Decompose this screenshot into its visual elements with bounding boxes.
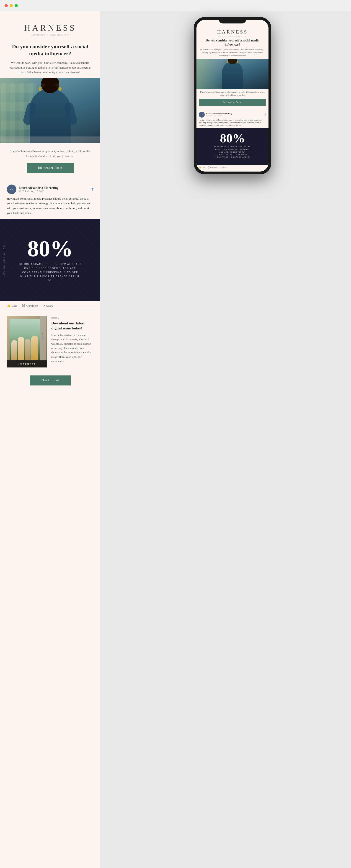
phone-fb-page-name: Laura Alexandria Marketing [206,113,232,115]
cta-text: If you're interested in earning product,… [9,149,91,159]
comment-icon: 💬 [22,304,25,308]
hero-title: Do you consider yourself a social media … [9,43,91,57]
comment-action[interactable]: 💬 Comment [22,304,38,308]
issue-side-label: FALL | 2020 [40,316,46,361]
phone-area: HARNESS AUTHENTIC COMMUNITY Do you consi… [100,11,351,868]
issue-cta-section: Check it out! [0,373,100,399]
phone-mockup: HARNESS AUTHENTIC COMMUNITY Do you consi… [194,17,271,174]
stat-image: SOCIAL MEDIA FACT 80% OF INSTAGRAM USERS… [0,219,100,301]
phone-fb-section: LA Laura Alexandria Marketing 12:07 PM ·… [197,110,268,127]
fb-page-name: Laura Alexandria Marketing [19,186,58,190]
phone-cta-text: If you're interested in earning product,… [197,89,268,99]
email-cta-section: If you're interested in earning product,… [0,143,100,179]
phone-comment-action[interactable]: 💬 Comment [208,166,218,168]
issue-brand-text: | HARNESS [18,363,35,365]
issue-image: FALL | 2020 | HARNESS [7,316,47,368]
phone-fb-actions: 👍 Like 💬 Comment ↗ Share [197,165,268,170]
phone-hero-body: We want to work with you! Our sister com… [197,48,268,59]
phone-hero-image [197,59,268,89]
brand-tagline: AUTHENTIC COMMUNITY [9,34,91,36]
phone-fb-timestamp: 12:07 PM · Aug 27, 2020 [206,115,232,117]
person-head [41,79,59,93]
dot-yellow [9,4,13,7]
issue-content: Issue V Download our latest digital issu… [51,316,93,368]
phone-notch [219,17,246,24]
main-layout: HARNESS AUTHENTIC COMMUNITY Do you consi… [0,11,351,868]
issue-label: Issue V [51,316,93,320]
fb-avatar: LA [7,185,17,194]
email-header: HARNESS AUTHENTIC COMMUNITY [0,11,100,41]
issue-brand-bar: | HARNESS [7,360,47,368]
issue-image-container: FALL | 2020 | HARNESS [7,316,47,368]
like-icon: 👍 [7,304,10,308]
phone-stat-description: IF INSTAGRAM USERS FOLLOW AT LEAST ONE B… [214,146,251,161]
fb-post-header: LA Laura Alexandria Marketing 12:07 PM ·… [7,185,93,194]
email-content: HARNESS AUTHENTIC COMMUNITY Do you consi… [0,11,100,868]
person-body [30,89,71,143]
phone-influencer-form-button[interactable]: Influencer Form [199,99,266,106]
issue-title: Download our latest digital issue today! [51,321,93,331]
phone-like-action[interactable]: 👍 Like [199,166,205,168]
stat-number: 80% [27,237,73,260]
share-icon: ↗ [42,304,45,308]
dot-red [5,4,8,7]
share-action[interactable]: ↗ Share [42,304,53,308]
fb-actions: 👍 Like 💬 Comment ↗ Share [0,301,100,311]
browser-chrome [0,0,351,11]
phone-brand: HARNESS AUTHENTIC COMMUNITY [197,26,268,38]
fb-page-info: Laura Alexandria Marketing 12:07 PM · Au… [19,186,58,192]
phone-brand-name: HARNESS [200,29,265,35]
like-action[interactable]: 👍 Like [7,304,17,308]
fb-timestamp: 12:07 PM · Aug 27, 2020 [19,190,58,192]
like-label: Like [11,304,17,308]
issue-nature-bg [9,319,40,361]
stat-description: OF INSTAGRAM USERS FOLLOW AT LEAST ONE B… [18,262,82,283]
issue-body: Issue V focused on the theme of change i… [51,333,93,364]
phone-stat-number: 80% [220,132,245,145]
issue-section: FALL | 2020 | HARNESS Issue V Download o… [0,311,100,373]
avatar-initials: LA [10,188,13,191]
phone-share-action[interactable]: ↗ Share [220,166,226,168]
phone-stat-image: 80% IF INSTAGRAM USERS FOLLOW AT LEAST O… [197,128,268,165]
phone-fb-avatar: LA [199,112,205,118]
fb-post-text: Having a strong social media presence sh… [7,196,93,215]
hero-body: We want to work with you! Our sister com… [9,61,91,75]
phone-hero-title: Do you consider yourself a social media … [197,38,268,48]
phone-content[interactable]: HARNESS AUTHENTIC COMMUNITY Do you consi… [197,26,268,172]
hero-image [0,79,100,143]
phone-facebook-icon: f [265,113,266,116]
phone-fb-text: Having a strong social media presence sh… [199,119,266,127]
share-label: Share [46,304,53,308]
influencer-form-button[interactable]: Influencer Form [27,163,74,173]
facebook-icon: f [92,187,93,192]
phone-issue-section: FALL | 2020 | HARNESS Issue V Download o… [197,170,268,172]
comment-label: Comment [26,304,38,308]
phone-screen: HARNESS AUTHENTIC COMMUNITY Do you consi… [197,20,268,172]
brand-name: HARNESS [9,23,91,33]
fb-post-section: LA Laura Alexandria Marketing 12:07 PM ·… [0,179,100,215]
browser-dots [5,4,18,7]
phone-brand-tagline: AUTHENTIC COMMUNITY [200,35,265,37]
email-hero: Do you consider yourself a social media … [0,41,100,79]
check-it-out-button[interactable]: Check it out! [30,375,71,385]
dot-green [14,4,18,7]
